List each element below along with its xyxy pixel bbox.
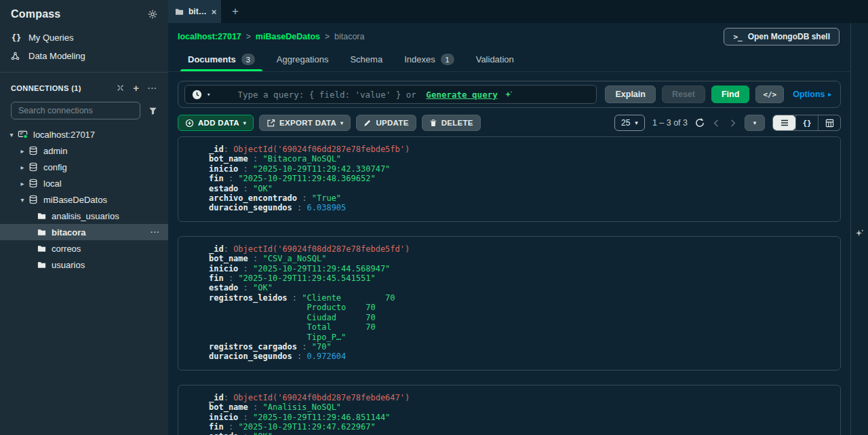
item-menu-ellipsis-icon[interactable]: ··· <box>151 228 168 236</box>
delete-button[interactable]: DELETE <box>422 115 481 131</box>
caret-right-icon[interactable]: ▸ <box>18 180 27 187</box>
document-field-row: _id: ObjectId('69024f06dd287e78febde5fb'… <box>209 145 827 154</box>
tree-item-mibasededatos[interactable]: ▾miBaseDeDatos <box>0 191 168 208</box>
search-connections-input[interactable] <box>11 102 140 119</box>
connections-tree: ▾localhost:27017▸admin▸config▸local▾miBa… <box>0 126 168 435</box>
generate-query-link[interactable]: Generate query <box>426 90 497 100</box>
tree-item-admin[interactable]: ▸admin <box>0 143 168 159</box>
toggle-query-code-button[interactable]: </> <box>755 86 784 103</box>
sidebar-item-label: Data Modeling <box>28 51 85 61</box>
breadcrumb-chevron-icon: > <box>325 32 330 41</box>
export-data-button[interactable]: EXPORT DATA ▾ <box>259 115 351 131</box>
tree-item-usuarios[interactable]: usuarios <box>0 257 168 273</box>
tab-documents[interactable]: Documents3 <box>179 48 264 71</box>
tree-item-label: analisis_usuarios <box>52 211 119 221</box>
update-button[interactable]: UPDATE <box>356 115 416 131</box>
field-key: archivo_encontrado <box>209 193 297 203</box>
breadcrumb-item[interactable]: bitacora <box>334 32 364 41</box>
field-separator: : <box>297 342 312 352</box>
expand-options-button[interactable]: ▾ <box>745 115 765 131</box>
field-key: estado <box>209 184 238 193</box>
ai-sparkle-icon[interactable] <box>855 31 864 435</box>
collapse-all-icon[interactable] <box>117 84 124 92</box>
caret-right-icon[interactable]: ▸ <box>18 164 27 171</box>
tree-item-localhost-27017[interactable]: ▾localhost:27017 <box>0 126 168 143</box>
field-key: inicio <box>209 164 238 174</box>
field-value: "OK" <box>253 184 273 193</box>
explain-button[interactable]: Explain <box>605 86 655 103</box>
field-value: "Bitacora_NoSQL" <box>262 154 341 164</box>
sidebar-item-data-modeling[interactable]: Data Modeling <box>0 47 168 65</box>
tree-item-analisis-usuarios[interactable]: analisis_usuarios <box>0 208 168 224</box>
new-tab-button[interactable]: + <box>221 0 250 23</box>
document-card[interactable]: _id: ObjectId('69024f06dd287e78febde5fb'… <box>178 136 841 222</box>
document-field-row: registros_leidos : "Cliente 70 Producto … <box>209 293 827 342</box>
folder-icon <box>175 7 184 16</box>
field-value: "2025-10-29T11:29:48.369652" <box>238 174 375 183</box>
workspace-tab-bitacora[interactable]: bit… × <box>168 0 221 23</box>
find-button[interactable]: Find <box>711 86 749 103</box>
page-size-select[interactable]: 25 ▾ <box>614 115 645 131</box>
settings-gear-icon[interactable] <box>148 10 157 19</box>
tree-item-label: usuarios <box>52 260 85 270</box>
field-value: "True" <box>312 193 341 203</box>
refresh-icon[interactable] <box>695 118 705 128</box>
document-field-row: duracion_segundos : 0.972604 <box>209 352 827 361</box>
table-view-button[interactable] <box>818 115 840 130</box>
document-field-row: bot_name : "Analisis_NoSQL" <box>209 402 827 412</box>
tab-aggregations[interactable]: Aggregations <box>268 48 338 71</box>
tab-count-badge: 1 <box>441 54 454 65</box>
previous-page-icon[interactable] <box>712 119 721 128</box>
caret-down-icon[interactable]: ▾ <box>7 131 16 138</box>
tree-item-config[interactable]: ▸config <box>0 159 168 175</box>
field-key: _id <box>209 145 224 154</box>
breadcrumb-item[interactable]: localhost:27017 <box>178 32 241 41</box>
sidebar-item-my-queries[interactable]: {}My Queries <box>0 29 168 47</box>
documents-action-bar: ADD DATA ▾ EXPORT DATA ▾ <box>178 115 841 131</box>
query-placeholder: Type a query: { field: 'value' } or <box>237 90 421 100</box>
query-history-clock-icon[interactable] <box>192 90 202 100</box>
tab-schema[interactable]: Schema <box>341 48 391 71</box>
connections-header: CONNECTIONS (1) + ··· <box>0 74 168 98</box>
reset-button[interactable]: Reset <box>662 86 705 103</box>
database-icon <box>28 146 38 155</box>
add-data-button[interactable]: ADD DATA ▾ <box>178 115 254 131</box>
sidebar-divider <box>0 72 168 73</box>
open-mongodb-shell-button[interactable]: >_ Open MongoDB shell <box>724 28 840 45</box>
tab-indexes[interactable]: Indexes1 <box>395 48 463 71</box>
breadcrumb-item[interactable]: miBaseDeDatos <box>256 32 320 41</box>
caret-right-icon[interactable]: ▸ <box>18 147 27 155</box>
tab-validation[interactable]: Validation <box>467 48 523 71</box>
connections-menu-icon[interactable]: ··· <box>148 84 157 92</box>
document-card[interactable]: _id: ObjectId('69024f0bdd287e78febde647'… <box>178 385 841 435</box>
collection-view: localhost:27017>miBaseDeDatos>bitacora >… <box>168 23 850 435</box>
tree-item-bitacora[interactable]: bitacora··· <box>0 224 168 240</box>
next-page-icon[interactable] <box>728 119 737 128</box>
caret-down-icon[interactable]: ▾ <box>18 196 27 204</box>
tree-item-correos[interactable]: correos <box>0 240 168 257</box>
data-modeling-icon <box>11 52 22 60</box>
query-options-toggle[interactable]: Options ▸ <box>793 90 831 99</box>
field-separator: : <box>224 174 239 183</box>
tree-item-label: miBaseDeDatos <box>43 195 107 205</box>
query-input[interactable]: ▾ Type a query: { field: 'value' } or Ge… <box>184 85 597 104</box>
field-value: "CSV_a_NoSQL" <box>262 254 326 263</box>
document-field-row: duracion_segundos : 6.038905 <box>209 203 827 212</box>
folder-icon <box>37 261 46 269</box>
close-tab-icon[interactable]: × <box>212 7 217 17</box>
chevron-down-icon[interactable]: ▾ <box>207 91 210 98</box>
database-icon <box>28 178 38 188</box>
add-connection-icon[interactable]: + <box>133 82 139 94</box>
workspace-tab-label: bit… <box>189 7 207 16</box>
document-card[interactable]: _id: ObjectId('69024f08dd287e78febde5fd'… <box>178 236 841 371</box>
field-value: "70" <box>312 342 332 352</box>
field-separator: : <box>297 193 312 203</box>
filter-funnel-icon[interactable] <box>149 107 157 115</box>
plus-circle-icon <box>185 119 194 128</box>
list-view-button[interactable] <box>773 115 795 130</box>
tree-item-local[interactable]: ▸local <box>0 175 168 191</box>
json-view-button[interactable]: {} <box>795 115 818 130</box>
document-field-row: estado : "OK" <box>209 184 827 193</box>
tree-item-label: local <box>43 178 62 189</box>
field-separator: : <box>238 413 253 422</box>
